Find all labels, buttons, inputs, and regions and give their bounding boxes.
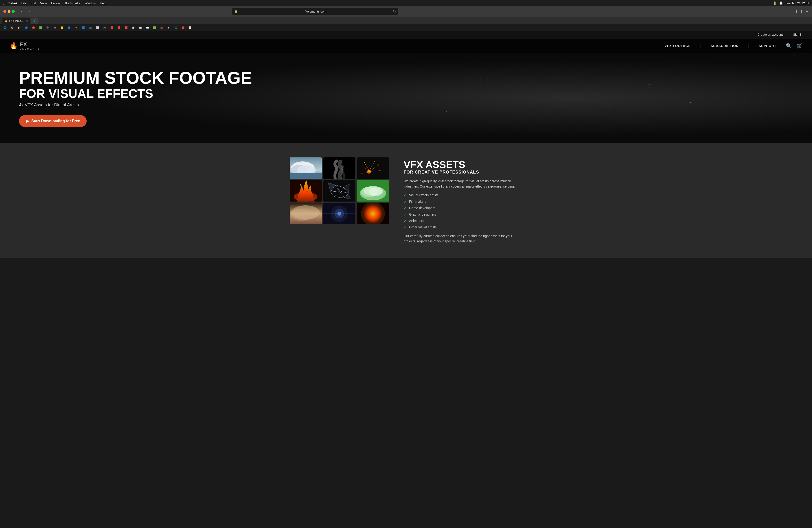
thumbnail-image xyxy=(290,157,322,179)
nav-vfx-footage[interactable]: VFX FOOTAGE xyxy=(665,44,691,48)
bookmark-item[interactable]: 🟥 xyxy=(109,25,115,30)
nav-subscription[interactable]: SUBSCRIPTION xyxy=(711,44,739,48)
check-icon: ✓ xyxy=(404,193,407,197)
svg-point-18 xyxy=(362,166,362,166)
bookmark-item[interactable]: 🔵 xyxy=(23,25,29,30)
tab-favicon: 🔥 xyxy=(4,19,8,23)
bookmark-item[interactable]: 🏠 xyxy=(130,25,136,30)
tab-close-button[interactable]: ✕ xyxy=(25,19,28,23)
bookmark-item[interactable]: 🔴 xyxy=(180,25,186,30)
hero-title: PREMIUM STOCK FOOTAGE xyxy=(19,69,793,86)
bookmark-item[interactable]: ✉️ xyxy=(144,25,150,30)
menu-file[interactable]: File xyxy=(21,1,26,5)
bookmark-item[interactable]: 📺 xyxy=(87,25,93,30)
active-tab[interactable]: 🔥 FX Element... ✕ xyxy=(2,18,30,24)
bookmark-item[interactable]: 🟩 xyxy=(38,25,44,30)
share-icon[interactable]: ⬆ xyxy=(800,9,803,14)
menu-bookmarks[interactable]: Bookmarks xyxy=(65,1,80,5)
forward-button[interactable]: › xyxy=(26,8,33,15)
bookmark-item[interactable]: ▶ xyxy=(166,25,172,30)
wifi-icon: ⌚ xyxy=(779,1,783,5)
hero-description: 4k VFX Assets for Digital Artists xyxy=(19,103,793,107)
thumbnail-fire[interactable] xyxy=(290,180,322,202)
new-tab-plus-icon: ＋ xyxy=(33,19,36,23)
vfx-title: VFX ASSETS xyxy=(404,160,522,170)
menu-edit[interactable]: Edit xyxy=(31,1,36,5)
svg-rect-4 xyxy=(290,173,322,179)
bookmark-item[interactable]: 🟩 xyxy=(151,25,158,30)
create-account-link[interactable]: Create an account xyxy=(758,33,783,36)
bookmark-item[interactable]: ⚡ xyxy=(73,25,79,30)
checklist-label: Other visual artists xyxy=(409,225,437,229)
nav-support[interactable]: SUPPORT xyxy=(758,44,777,48)
reload-icon[interactable]: ↻ xyxy=(393,10,396,13)
bookmark-item[interactable]: 🔴 xyxy=(30,25,37,30)
bookmark-item[interactable]: 📝 xyxy=(187,25,193,30)
macos-menubar:  Safari File Edit View History Bookmark… xyxy=(0,0,812,6)
url-display[interactable]: fxelements.com xyxy=(239,10,392,13)
bookmark-favicon: 🏠 xyxy=(132,26,135,29)
bookmark-item[interactable]: ⚙ xyxy=(52,25,58,30)
menu-view[interactable]: View xyxy=(40,1,47,5)
back-button[interactable]: ‹ xyxy=(18,8,25,15)
thumbnail-clouds[interactable] xyxy=(290,157,322,179)
bookmark-item[interactable]: 🦅 xyxy=(9,25,15,30)
close-window-button[interactable] xyxy=(3,10,6,13)
address-bar[interactable]: 🔒 fxelements.com ↻ xyxy=(232,8,398,15)
bookmark-item[interactable]: 🟥 xyxy=(123,25,129,30)
menu-history[interactable]: History xyxy=(51,1,60,5)
logo-text: FX ELEMENTS xyxy=(20,41,40,50)
minimize-window-button[interactable] xyxy=(8,10,11,13)
bookmark-item[interactable]: 🟦 xyxy=(80,25,86,30)
thumbnail-smoke[interactable] xyxy=(323,157,356,179)
bookmark-item[interactable]: 🌐 xyxy=(2,25,8,30)
cart-icon[interactable]: 🛒 xyxy=(797,43,802,49)
checklist-item: ✓ Graphic designers xyxy=(404,212,522,217)
bookmark-item[interactable]: 🟥 xyxy=(116,25,122,30)
sign-in-link[interactable]: Sign in xyxy=(793,33,802,36)
bookmark-favicon: 📝 xyxy=(189,26,192,29)
new-tab-icon[interactable]: ＋ xyxy=(805,9,809,14)
thumbnail-image xyxy=(323,157,356,179)
svg-point-38 xyxy=(291,209,312,221)
downloads-icon[interactable]: ⬇ xyxy=(795,9,798,14)
bookmark-item[interactable]: 📰 xyxy=(137,25,143,30)
hero-cta-button[interactable]: ▶ Start Downloading for Free xyxy=(19,115,87,127)
bookmark-item[interactable]: 🎵 xyxy=(173,25,179,30)
battery-icon: 🔋 xyxy=(773,1,777,5)
maximize-window-button[interactable] xyxy=(12,10,15,13)
checklist-label: Graphic designers xyxy=(409,212,436,216)
svg-rect-6 xyxy=(357,157,389,179)
menu-safari[interactable]: Safari xyxy=(8,1,17,5)
bookmark-item[interactable]: 🅶 xyxy=(95,25,101,30)
thumbnail-dust[interactable] xyxy=(290,203,322,224)
bookmark-favicon: 📺 xyxy=(89,26,92,29)
bookmark-item[interactable]: 🟡 xyxy=(59,25,65,30)
bookmark-favicon: 🟥 xyxy=(110,26,114,29)
bookmark-favicon: 🅶 xyxy=(96,26,99,29)
thumbnail-green-smoke[interactable] xyxy=(357,180,389,202)
thumbnail-shatter[interactable] xyxy=(323,180,356,202)
bookmark-item[interactable]: 🎮 xyxy=(102,25,108,30)
checklist-item: ✓ Filmmakers xyxy=(404,200,522,204)
new-tab-button[interactable]: ＋ xyxy=(31,18,39,24)
site-logo[interactable]: 🔥 FX ELEMENTS xyxy=(10,41,40,50)
menu-help[interactable]: Help xyxy=(100,1,106,5)
thumbnail-blue-light[interactable] xyxy=(323,203,356,224)
checklist-item: ✓ Other visual artists xyxy=(404,225,522,230)
bookmark-item[interactable]: 🔵 xyxy=(66,25,72,30)
search-icon[interactable]: 🔍 xyxy=(786,43,792,49)
bookmark-item[interactable]: ▶ xyxy=(16,25,22,30)
apple-logo-icon[interactable]:  xyxy=(3,1,4,5)
bookmarks-bar: 🌐 🦅 ▶ 🔵 🔴 🟩 ➕ ⚙ 🟡 🔵 ⚡ 🟦 📺 🅶 🎮 🟥 🟥 🟥 🏠 📰 … xyxy=(0,24,812,31)
thumbnail-explosion[interactable] xyxy=(357,203,389,224)
bookmark-favicon: 🟡 xyxy=(60,26,64,29)
menu-window[interactable]: Window xyxy=(85,1,96,5)
thumbnail-image xyxy=(357,203,389,224)
bookmark-favicon: 🔵 xyxy=(25,26,28,29)
bookmark-item[interactable]: 💼 xyxy=(159,25,165,30)
thumbnail-sparks[interactable] xyxy=(357,157,389,179)
bookmark-item[interactable]: ➕ xyxy=(45,25,51,30)
tab-label: FX Element... xyxy=(9,19,24,22)
checklist-item: ✓ Animators xyxy=(404,219,522,223)
